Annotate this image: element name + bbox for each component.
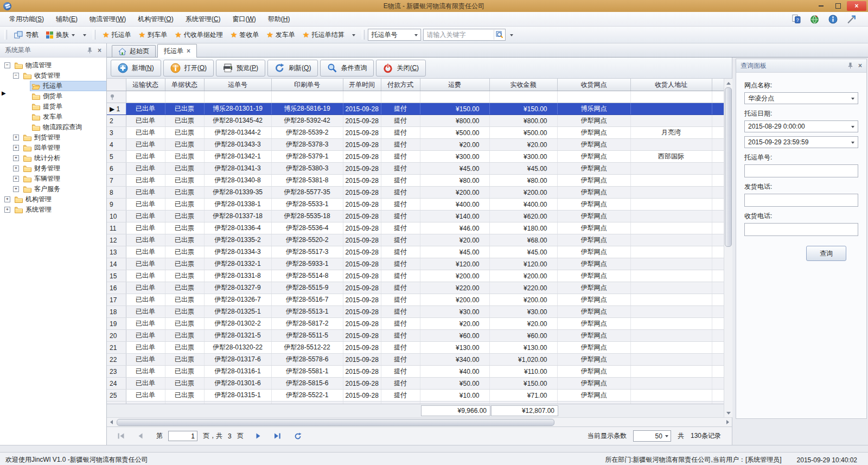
menu-item[interactable]: 常用功能(S) [3,12,50,26]
table-row[interactable]: 15已出单已出票伊犁28-01331-8伊犁28-5514-82015-09-2… [107,270,724,282]
next-page-button[interactable] [256,433,261,439]
column-header[interactable]: 开单时间 [343,79,381,91]
table-row[interactable]: 7已出单已出票伊犁28-01340-8伊犁28-5381-82015-09-28… [107,175,724,187]
page-size-selector[interactable]: 50 [633,430,671,442]
expander-icon[interactable]: + [13,165,19,171]
branch-selector[interactable]: 华凌分点 [744,92,858,104]
action-button-add[interactable]: 新增(N) [111,60,161,77]
menu-item[interactable]: 辅助(E) [50,12,84,26]
favorites-overflow-button[interactable] [350,32,358,38]
tree-item-提货单[interactable]: 提货单 [0,101,106,112]
action-button-preview[interactable]: 预览(P) [216,60,265,77]
info-icon[interactable] [828,15,838,24]
menu-item[interactable]: 系统管理(C) [180,12,227,26]
filter-cell[interactable] [712,91,724,103]
table-row[interactable]: 9已出单已出票伊犁28-01338-1伊犁28-5533-12015-09-28… [107,199,724,211]
expander-icon[interactable]: + [13,155,19,161]
wizard-icon[interactable] [847,15,856,24]
filter-cell[interactable] [489,91,557,103]
sender-phone-input[interactable] [744,194,858,207]
table-row[interactable]: 20已出单已出票伊犁28-01321-5伊犁28-5511-52015-09-2… [107,330,724,342]
tree-item-统计分析[interactable]: +统计分析 [0,153,106,163]
scroll-up-icon[interactable] [724,79,732,87]
table-row[interactable]: 6已出单已出票伊犁28-01341-3伊犁28-5380-32015-09-28… [107,163,724,175]
column-header[interactable]: 收货网点 [557,79,630,91]
scroll-right-icon[interactable] [724,418,732,426]
table-row[interactable]: 25已出单已出票伊犁28-01315-1伊犁28-5522-12015-09-2… [107,390,724,402]
sidebar-close-icon[interactable]: × [98,47,101,54]
minimize-button[interactable] [813,1,829,11]
table-row[interactable]: 16已出单已出票伊犁28-01327-9伊犁28-5515-92015-09-2… [107,282,724,294]
table-row[interactable]: 23已出单已出票伊犁28-01316-1伊犁28-5581-12015-09-2… [107,366,724,378]
tab-home[interactable]: 起始页 [112,45,156,57]
tree-item-托运单[interactable]: 托运单 [0,81,106,91]
column-header[interactable]: 印刷单号 [271,79,343,91]
maximize-button[interactable] [830,1,846,11]
filter-cell[interactable] [630,91,712,103]
table-row[interactable]: 12已出单已出票伊犁28-01335-2伊犁28-5520-22015-09-2… [107,234,724,246]
expander-icon[interactable]: + [4,207,10,213]
filter-cell[interactable] [381,91,420,103]
receiver-phone-input[interactable] [744,223,858,236]
column-header[interactable]: 运单号 [204,79,271,91]
search-field-selector[interactable]: 托运单号 [368,29,421,41]
filter-cell[interactable] [204,91,271,103]
tree-item-车辆管理[interactable]: +车辆管理 [0,174,106,184]
column-header[interactable]: 单据状态 [165,79,204,91]
column-header[interactable]: 运费 [420,79,489,91]
action-button-search[interactable]: 条件查询 [320,60,374,77]
table-row[interactable]: 13已出单已出票伊犁28-01334-3伊犁28-5517-32015-09-2… [107,246,724,258]
expander-icon[interactable]: + [4,196,10,202]
table-row[interactable]: 8已出单已出票伊犁28-01339-35伊犁28-5577-352015-09-… [107,187,724,199]
date-to-selector[interactable]: 2015-09-29 23:59:59 [744,136,858,148]
toolbar-grip[interactable] [4,30,7,40]
favorite-button[interactable]: ★代收单据处理 [171,29,227,41]
tree-item-客户服务[interactable]: +客户服务 [0,184,106,194]
horizontal-scrollbar[interactable] [107,417,732,426]
navigation-button[interactable]: 导航 [10,29,42,41]
tree-item-回单管理[interactable]: +回单管理 [0,143,106,153]
toolbar-grip[interactable] [93,30,95,40]
favorite-button[interactable]: ★托运单结算 [299,29,348,41]
tree-item-系统管理[interactable]: +系统管理 [0,205,106,215]
table-row[interactable]: 17已出单已出票伊犁28-01326-7伊犁28-5516-72015-09-2… [107,294,724,306]
date-from-selector[interactable]: 2015-08-29 0:00:00 [744,120,858,132]
table-row[interactable]: 11已出单已出票伊犁28-01336-4伊犁28-5536-42015-09-2… [107,222,724,234]
column-header[interactable]: 收货人地址 [630,79,712,91]
filter-cell[interactable] [126,91,165,103]
tree-item-发车单[interactable]: 发车单 [0,112,106,122]
table-row[interactable]: 14已出单已出票伊犁28-01332-1伊犁28-5933-12015-09-2… [107,258,724,270]
favorite-button[interactable]: ★发车单 [263,29,299,41]
table-row[interactable]: 22已出单已出票伊犁28-01317-6伊犁28-5578-62015-09-2… [107,354,724,366]
first-page-button[interactable] [118,433,125,439]
menu-item[interactable]: 窗口(W) [226,12,261,26]
tree-item-机构管理[interactable]: +机构管理 [0,194,106,205]
scroll-down-icon[interactable] [724,409,732,417]
close-button[interactable]: × [847,1,866,11]
scrollbar-thumb[interactable] [117,419,554,426]
filter-cell[interactable] [557,91,630,103]
page-number-input[interactable] [168,431,197,441]
table-row[interactable]: 5已出单已出票伊犁28-01342-1伊犁28-5379-12015-09-28… [107,151,724,163]
tree-item-财务管理[interactable]: +财务管理 [0,163,106,174]
menu-item[interactable]: 帮助(H) [262,12,296,26]
globe-icon[interactable] [810,15,819,24]
search-overflow-button[interactable] [508,32,515,38]
expander-icon[interactable]: − [4,62,10,68]
vertical-scrollbar[interactable] [724,79,732,417]
column-header[interactable]: 付款方式 [381,79,420,91]
tab-waybill[interactable]: 托运单 × [157,44,197,58]
table-row[interactable]: 2已出单已出票伊犁28-01345-42伊犁28-5392-422015-09-… [107,115,724,127]
tree-item-到货管理[interactable]: +到货管理 [0,132,106,143]
favorite-button[interactable]: ★签收单 [227,29,263,41]
favorite-button[interactable]: ★托运单 [99,29,135,41]
action-button-open[interactable]: 打开(O) [163,60,214,77]
help-doc-icon[interactable]: ? [792,15,801,23]
tab-close-icon[interactable]: × [187,48,190,54]
search-go-button[interactable] [494,30,505,40]
favorite-button[interactable]: ★到车单 [135,29,171,41]
table-row[interactable]: 19已出单已出票伊犁28-01302-2伊犁28-5817-22015-09-2… [107,318,724,330]
last-page-button[interactable] [274,433,281,439]
filter-row[interactable] [107,91,724,103]
pin-icon[interactable] [848,62,853,69]
